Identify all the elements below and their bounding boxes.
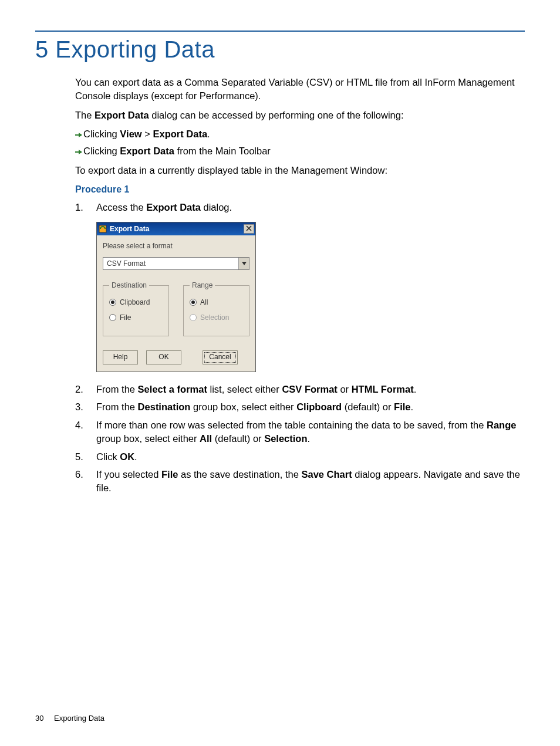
destination-groupbox: Destination Clipboard File [103,281,169,336]
procedure-step: 6. If you selected File as the save dest… [75,468,525,495]
text-bold: Destination [138,401,191,412]
close-button[interactable] [244,224,254,234]
text: . [411,401,414,412]
range-legend: Range [190,281,215,291]
dialog-titlebar: Export Data [97,222,255,235]
text-bold: Clipboard [296,401,342,412]
range-selection-radio: Selection [190,313,243,323]
text: or [338,384,352,394]
page-footer: 30 Exporting Data [35,714,104,723]
text: Click [96,451,120,462]
radio-label: Clipboard [120,298,150,308]
radio-icon [109,314,116,321]
text-bold: Selection [264,433,307,444]
text-bold: Export Data [120,146,174,156]
radio-label: Selection [200,313,229,323]
radio-label: File [120,313,131,323]
text: The [75,110,95,120]
intro-paragraph: You can export data as a Comma Separated… [75,76,525,103]
text: group box, select either [190,401,296,412]
bullet-item: Clicking View > Export Data. [75,127,525,141]
footer-section: Exporting Data [54,714,104,723]
text-bold: Save Chart [301,469,352,480]
format-select-value: CSV Format [107,259,146,269]
export-data-dialog-figure: Export Data Please select a format CSV F… [96,222,525,372]
top-rule [35,31,525,32]
procedure-step: 4. If more than one row was selected fro… [75,418,525,445]
text-bold: Export Data [146,202,201,212]
text-bold: View [120,129,141,139]
help-button[interactable]: Help [103,350,138,364]
text-bold: CSV Format [282,384,337,394]
text-bold: Export Data [153,129,207,139]
step-number: 1. [75,201,96,214]
format-select[interactable]: CSV Format [103,257,249,270]
text: From the [96,384,138,394]
bullet-item: Clicking Export Data from the Main Toolb… [75,144,525,158]
arrow-icon [75,149,82,155]
procedure-label: Procedure 1 [75,183,525,196]
page-number: 30 [35,714,43,723]
text: Access the [96,202,146,212]
text: list, select either [207,384,282,394]
format-prompt-label: Please select a format [103,241,249,251]
text-bold: Range [487,420,516,430]
close-icon [246,225,252,234]
cancel-button[interactable]: Cancel [203,350,238,364]
text: . [308,433,311,444]
text: Clicking [83,146,120,156]
text: If more than one row was selected from t… [96,420,487,430]
app-icon [98,224,107,234]
text-bold: All [200,433,212,444]
text: (default) or [212,433,264,444]
text: From the [96,401,138,412]
destination-legend: Destination [109,281,149,291]
procedure-step: 3. From the Destination group box, selec… [75,400,525,414]
dialog-title: Export Data [110,224,244,234]
export-lead-paragraph: To export data in a currently displayed … [75,164,525,177]
radio-icon [190,314,197,321]
text-bold: Select a format [138,384,207,394]
access-paragraph: The Export Data dialog can be accessed b… [75,109,525,122]
procedure-step: 5. Click OK. [75,450,525,464]
text: from the Main Toolbar [174,146,271,156]
step-number: 5. [75,450,96,464]
text: as the save destination, the [178,469,301,480]
text: If you selected [96,469,161,480]
range-all-radio[interactable]: All [190,298,243,308]
ok-button[interactable]: OK [146,350,181,364]
text: group box, select either [96,433,200,444]
text: . [414,384,417,394]
dropdown-arrow-icon [238,258,249,269]
chapter-title: 5 Exporting Data [35,36,525,63]
text-bold: File [394,401,410,412]
text-bold: Export Data [95,110,149,120]
procedure-step: 2. From the Select a format list, select… [75,383,525,396]
text-bold: HTML Format [352,384,414,394]
radio-icon [109,299,116,306]
destination-clipboard-radio[interactable]: Clipboard [109,298,163,308]
step-number: 6. [75,468,96,495]
text-bold: File [161,469,178,480]
text: dialog can be accessed by performing one… [149,110,404,120]
arrow-icon [75,132,82,138]
text-bold: OK [120,451,134,462]
text: . [134,451,137,462]
text: (default) or [342,401,394,412]
radio-icon [190,299,197,306]
radio-label: All [200,298,208,308]
text: dialog. [201,202,232,212]
export-data-dialog: Export Data Please select a format CSV F… [96,222,256,372]
text: > [142,129,153,139]
range-groupbox: Range All Selection [183,281,249,336]
procedure-step: 1. Access the Export Data dialog. [75,201,525,214]
text: Clicking [83,129,120,139]
step-number: 3. [75,400,96,414]
step-number: 4. [75,418,96,445]
step-number: 2. [75,383,96,396]
text: . [207,129,210,139]
destination-file-radio[interactable]: File [109,313,163,323]
